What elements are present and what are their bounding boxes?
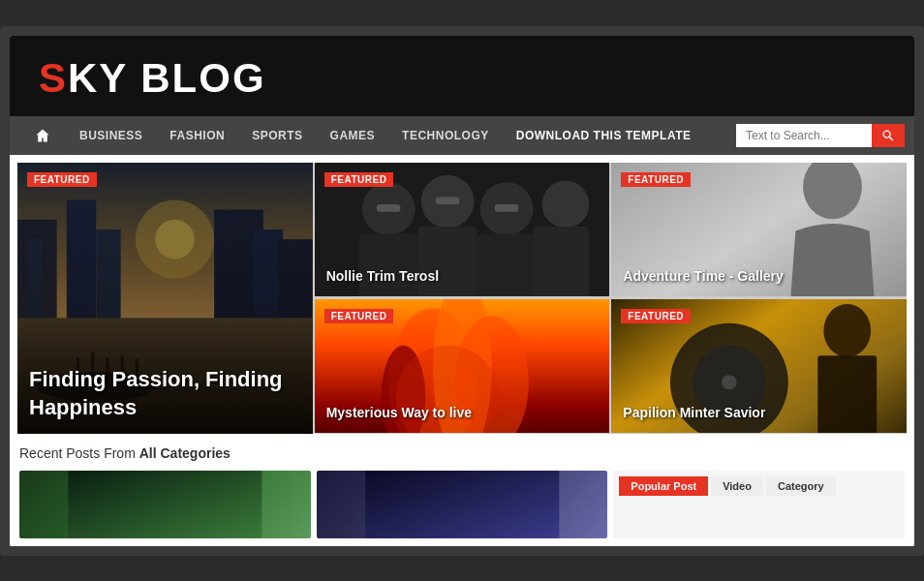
recent-thumb-tabs: Popular Post Video Category bbox=[613, 471, 905, 538]
nav-links: BUSINESS FASHION SPORTS GAMES TECHNOLOGY… bbox=[66, 116, 736, 155]
featured-badge-model: FEATURED bbox=[621, 172, 691, 187]
tab-video[interactable]: Video bbox=[711, 476, 763, 496]
nav-link-download[interactable]: DOWNLOAD THIS TEMPLATE bbox=[503, 116, 705, 155]
tab-category[interactable]: Category bbox=[766, 476, 836, 496]
svg-line-1 bbox=[889, 137, 893, 140]
featured-title-model: Adventure Time - Gallery bbox=[623, 267, 895, 285]
featured-title-main: Finding Passion, Finding Happiness bbox=[29, 366, 301, 421]
svg-rect-47 bbox=[365, 471, 559, 538]
svg-rect-8 bbox=[254, 229, 283, 337]
svg-rect-28 bbox=[377, 204, 400, 212]
svg-point-17 bbox=[136, 199, 214, 278]
svg-rect-24 bbox=[358, 233, 417, 295]
search-area bbox=[736, 124, 905, 147]
svg-point-0 bbox=[883, 131, 890, 138]
svg-rect-7 bbox=[214, 209, 263, 337]
svg-rect-5 bbox=[67, 199, 96, 337]
svg-rect-26 bbox=[477, 233, 536, 295]
svg-rect-30 bbox=[495, 204, 518, 212]
featured-item-model[interactable]: FEATURED Adventure Time - Gallery bbox=[611, 163, 907, 297]
site-wrapper: SKY BLOG BUSINESS FASHION SPORTS GAMES T… bbox=[10, 36, 914, 546]
featured-item-band[interactable]: FEATURED Nollie Trim Terosl bbox=[315, 163, 610, 297]
thumb-2-img bbox=[317, 471, 608, 538]
thumb-1-img bbox=[19, 471, 311, 538]
nav-link-games[interactable]: GAMES bbox=[317, 116, 389, 155]
featured-grid: FEATURED Finding Passion, Finding Happin… bbox=[17, 163, 907, 434]
svg-rect-27 bbox=[533, 226, 589, 295]
svg-point-18 bbox=[155, 219, 195, 259]
nav-link-business[interactable]: BUSINESS bbox=[66, 116, 156, 155]
featured-title-dj: Papilion Minter Savior bbox=[623, 404, 895, 421]
nav-link-fashion[interactable]: FASHION bbox=[156, 116, 238, 155]
site-header: SKY BLOG bbox=[10, 36, 914, 116]
nav-link-technology[interactable]: TECHNOLOGY bbox=[388, 116, 503, 155]
svg-rect-3 bbox=[17, 219, 57, 337]
svg-rect-46 bbox=[68, 471, 262, 538]
svg-point-43 bbox=[723, 375, 737, 389]
svg-point-23 bbox=[541, 180, 589, 228]
nav-home-button[interactable] bbox=[19, 116, 66, 155]
featured-badge-fire: FEATURED bbox=[324, 309, 394, 323]
home-icon bbox=[35, 128, 50, 143]
featured-item-fire[interactable]: FEATURED Mysterious Way to live bbox=[315, 299, 610, 434]
site-nav: BUSINESS FASHION SPORTS GAMES TECHNOLOGY… bbox=[10, 116, 914, 155]
featured-item-dj[interactable]: FEATURED Papilion Minter Savior bbox=[611, 299, 907, 434]
featured-title-band: Nollie Trim Terosl bbox=[326, 267, 599, 285]
search-button[interactable] bbox=[872, 124, 905, 147]
svg-point-44 bbox=[824, 304, 872, 357]
svg-rect-29 bbox=[436, 197, 459, 204]
svg-rect-6 bbox=[96, 229, 120, 337]
logo-rest: KY BLOG bbox=[68, 55, 266, 101]
nav-link-sports[interactable]: SPORTS bbox=[238, 116, 316, 155]
site-logo: SKY BLOG bbox=[39, 55, 885, 102]
featured-title-fire: Mysterious Way to live bbox=[326, 404, 599, 421]
search-icon bbox=[881, 129, 895, 142]
search-input[interactable] bbox=[736, 124, 872, 147]
svg-rect-4 bbox=[27, 239, 42, 338]
featured-item-main[interactable]: FEATURED Finding Passion, Finding Happin… bbox=[17, 163, 313, 434]
featured-badge-dj: FEATURED bbox=[621, 309, 691, 323]
logo-accent-letter: S bbox=[39, 55, 68, 101]
recent-thumb-1[interactable] bbox=[19, 471, 311, 538]
svg-rect-9 bbox=[278, 239, 313, 338]
recent-posts-heading: Recent Posts From All Categories bbox=[19, 445, 905, 461]
svg-rect-25 bbox=[417, 226, 477, 295]
recent-posts-section: Recent Posts From All Categories Po bbox=[10, 434, 914, 546]
recent-thumb-2[interactable] bbox=[317, 471, 608, 538]
tab-popular-post[interactable]: Popular Post bbox=[619, 476, 708, 496]
recent-thumbs-grid: Popular Post Video Category bbox=[19, 471, 905, 538]
browser-frame: SKY BLOG BUSINESS FASHION SPORTS GAMES T… bbox=[0, 26, 924, 556]
featured-badge-main: FEATURED bbox=[27, 172, 97, 187]
featured-badge-band: FEATURED bbox=[324, 172, 394, 187]
